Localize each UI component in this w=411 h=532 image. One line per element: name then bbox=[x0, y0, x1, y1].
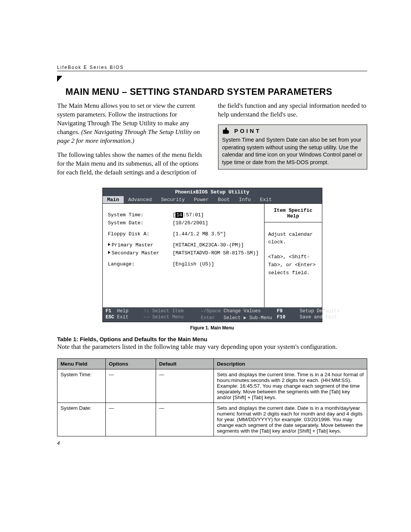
bios-pm-value: [HITACHI_DK23CA-30-(PM)] bbox=[173, 242, 244, 248]
table-note: Note that the parameters listed in the f… bbox=[57, 343, 367, 351]
bios-tab-advanced: Advanced bbox=[124, 196, 156, 203]
bios-sm-value: [MATSHITADVD-ROM SR-8175-SM)] bbox=[173, 250, 259, 256]
bios-title: PhoenixBIOS Setup Utility bbox=[103, 188, 322, 196]
bios-tab-security: Security bbox=[156, 196, 189, 203]
key-minus-space: -/Space bbox=[201, 308, 221, 314]
th-description: Description bbox=[214, 358, 367, 369]
cell-options: — bbox=[106, 369, 156, 403]
bios-sm-label: Secondary Master bbox=[112, 250, 159, 256]
bios-help-panel: Item Specific Help Adjust calendar clock… bbox=[264, 204, 322, 307]
bios-lang-label: Language: bbox=[108, 261, 173, 267]
key-updown-icon: ↑↓ bbox=[144, 308, 150, 314]
key-f1: F1 bbox=[106, 308, 112, 314]
triangle-icon bbox=[108, 251, 110, 254]
footer-help: Help bbox=[117, 308, 129, 314]
th-options: Options bbox=[106, 358, 156, 369]
cell-default: — bbox=[156, 369, 214, 403]
cell-field: System Date: bbox=[57, 403, 106, 436]
footer-save-exit: Save and Exit bbox=[300, 315, 346, 321]
cell-default: — bbox=[156, 403, 214, 436]
bios-pm-label: Primary Master bbox=[112, 242, 153, 248]
point-hand-icon bbox=[222, 127, 231, 135]
bios-lang-value: [English (US)] bbox=[173, 261, 214, 267]
key-leftright-icon: ←→ bbox=[144, 315, 150, 320]
table-row: System Date: — — Sets and displays the c… bbox=[57, 403, 367, 436]
page-number: 4 bbox=[57, 440, 367, 446]
bios-help-line1: Adjust calendar clock. bbox=[268, 231, 318, 247]
footer-exit: Exit bbox=[117, 315, 129, 320]
bios-tab-exit: Exit bbox=[255, 196, 276, 203]
options-table: Menu Field Options Default Description S… bbox=[57, 358, 367, 436]
footer-select-menu: Select Menu bbox=[152, 315, 184, 320]
bios-tab-boot: Boot bbox=[213, 196, 234, 203]
intro-columns: The Main Menu allows you to set or view … bbox=[57, 102, 367, 177]
bios-footer: F1 Help ↑↓ Select Item -/Space Change Va… bbox=[103, 307, 322, 322]
bios-figure: PhoenixBIOS Setup Utility Main Advanced … bbox=[102, 188, 322, 322]
cell-field: System Time: bbox=[57, 369, 106, 403]
table-title: Table 1: Fields, Options and Defaults fo… bbox=[57, 336, 367, 342]
triangle-icon bbox=[108, 243, 110, 246]
section-wedge-icon bbox=[57, 76, 62, 82]
footer-change-values: Change Values bbox=[224, 308, 261, 314]
point-callout: POINT System Time and System Date can al… bbox=[218, 125, 368, 170]
footer-select-sub: Select ▶ Sub-Menu bbox=[224, 315, 272, 321]
bios-main-panel: System Time: [14:57:01] System Date: [10… bbox=[103, 204, 264, 307]
page-title: MAIN MENU – SETTING STANDARD SYSTEM PARA… bbox=[65, 86, 332, 97]
th-menu-field: Menu Field bbox=[57, 358, 106, 369]
figure-caption: Figure 1. Main Menu bbox=[57, 325, 367, 331]
key-esc: ESC bbox=[106, 315, 115, 320]
intro-p2: The following tables show the names of t… bbox=[57, 151, 207, 177]
bios-time-hh: 14 bbox=[175, 212, 183, 218]
bios-tab-power: Power bbox=[190, 196, 213, 203]
bios-help-title: Item Specific Help bbox=[264, 204, 322, 222]
key-f9: F9 bbox=[277, 308, 283, 314]
cell-desc: Sets and displays the current date. Date… bbox=[214, 403, 367, 436]
footer-setup-defaults: Setup Defaults bbox=[300, 308, 346, 314]
bios-time-rest: :57:01] bbox=[183, 212, 204, 218]
cell-options: — bbox=[106, 403, 156, 436]
footer-select-item: Select Item bbox=[152, 308, 184, 314]
key-enter: Enter bbox=[201, 315, 215, 321]
bios-time-label: System Time: bbox=[108, 212, 173, 218]
running-header: LifeBook E Series BIOS bbox=[57, 65, 367, 71]
bios-tabs: Main Advanced Security Power Boot Info E… bbox=[103, 196, 322, 203]
point-body: System Time and System Date can also be … bbox=[218, 135, 367, 169]
th-default: Default bbox=[156, 358, 214, 369]
bios-date-value: [10/26/2001] bbox=[173, 220, 209, 226]
intro-p3: the field's function and any special inf… bbox=[218, 102, 368, 119]
key-f10: F10 bbox=[277, 315, 286, 320]
bios-help-line2: <Tab>, <Shift-Tab>, or <Enter> selects f… bbox=[268, 253, 318, 277]
bios-date-label: System Date: bbox=[108, 220, 173, 226]
bios-tab-info: Info bbox=[234, 196, 255, 203]
point-label: POINT bbox=[234, 127, 261, 135]
cell-desc: Sets and displays the current time. Time… bbox=[214, 369, 367, 403]
bios-floppy-value: [1.44/1.2 MB 3.5"] bbox=[173, 231, 226, 237]
table-row: System Time: — — Sets and displays the c… bbox=[57, 369, 367, 403]
bios-floppy-label: Floppy Disk A: bbox=[108, 231, 173, 237]
bios-tab-main: Main bbox=[103, 196, 124, 203]
